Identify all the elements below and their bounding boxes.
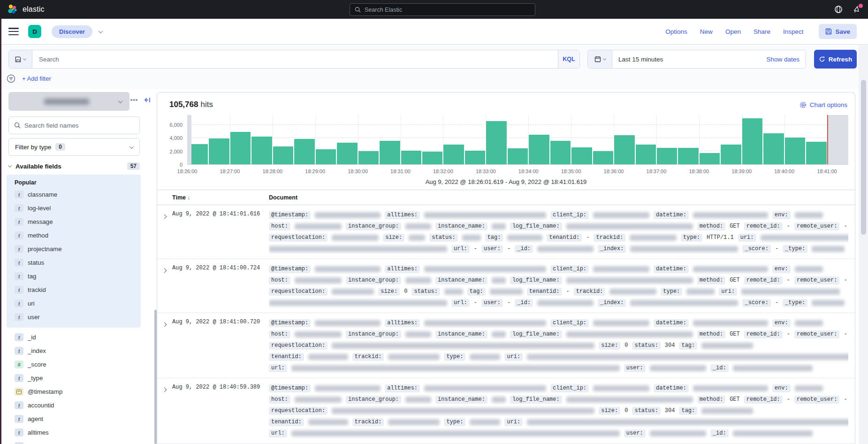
x-axis-tick: 18:36:00: [604, 168, 624, 174]
breadcrumb-menu-chevron-icon[interactable]: [98, 29, 103, 33]
time-column-header[interactable]: Time ↓: [172, 194, 266, 201]
field-item-@timestamp[interactable]: @timestamp: [7, 385, 141, 398]
show-dates-button[interactable]: Show dates: [766, 50, 806, 68]
histogram-bar[interactable]: [209, 138, 229, 164]
save-button[interactable]: Save: [819, 24, 857, 39]
histogram-bar[interactable]: [529, 135, 549, 164]
expand-document-icon[interactable]: [162, 268, 167, 273]
histogram-bar[interactable]: [380, 141, 400, 164]
toolbar-link-open[interactable]: Open: [725, 28, 741, 35]
document-field-pill: host:: [269, 276, 290, 284]
field-item-log-level[interactable]: tlog-level: [7, 201, 141, 215]
histogram-bar[interactable]: [443, 145, 464, 164]
available-fields-header[interactable]: Available fields 57: [8, 162, 141, 170]
add-filter-button[interactable]: + Add filter: [22, 75, 51, 82]
toolbar-link-options[interactable]: Options: [665, 28, 687, 35]
menu-icon[interactable]: [8, 28, 19, 35]
query-input[interactable]: [32, 50, 558, 68]
toolbar-link-share[interactable]: Share: [754, 28, 770, 35]
toolbar-link-new[interactable]: New: [700, 28, 713, 35]
histogram-bar[interactable]: [486, 121, 506, 164]
histogram-bar[interactable]: [721, 145, 741, 164]
field-item-_score[interactable]: #_score: [7, 358, 141, 371]
saved-query-menu-button[interactable]: [9, 50, 32, 68]
histogram-bar[interactable]: [358, 151, 379, 164]
histogram-bar[interactable]: [614, 135, 634, 164]
expand-document-icon[interactable]: [162, 388, 167, 392]
global-search[interactable]: [350, 3, 535, 16]
time-range-value[interactable]: Last 15 minutes: [612, 50, 766, 68]
filter-by-type-button[interactable]: Filter by type 0: [8, 138, 140, 156]
calendar-menu-button[interactable]: [588, 50, 612, 68]
field-settings-icon[interactable]: [130, 99, 137, 101]
document-field-pill: _id:: [515, 299, 533, 307]
field-search[interactable]: [8, 116, 140, 134]
histogram-bar[interactable]: [550, 141, 571, 164]
field-item-_index[interactable]: t_index: [7, 344, 141, 358]
document-field-pill: tag:: [467, 288, 486, 296]
field-item-uri[interactable]: turi: [7, 297, 141, 310]
field-search-input[interactable]: [24, 122, 134, 129]
field-item-tag[interactable]: ttag: [7, 269, 141, 283]
field-item-classname[interactable]: tclassname: [7, 188, 141, 201]
field-item-_type[interactable]: t_type: [7, 371, 141, 385]
toolbar-link-inspect[interactable]: Inspect: [783, 28, 804, 35]
histogram-bar[interactable]: [593, 151, 613, 164]
field-name: agent: [28, 415, 43, 422]
expand-document-icon[interactable]: [162, 214, 167, 219]
histogram-bar[interactable]: [657, 148, 677, 164]
histogram-bar[interactable]: [316, 149, 336, 164]
refresh-button[interactable]: Refresh: [814, 50, 857, 69]
filter-icon[interactable]: [7, 74, 15, 83]
field-item-alltimes[interactable]: talltimes: [7, 426, 141, 439]
histogram-bar[interactable]: [806, 142, 826, 164]
document-field-value-redacted: [315, 212, 381, 218]
field-item-trackid[interactable]: ttrackid: [7, 283, 141, 297]
histogram-bar[interactable]: [742, 118, 762, 164]
field-item-agent[interactable]: tagent: [7, 412, 141, 426]
histogram-bar[interactable]: [251, 137, 272, 164]
global-search-input[interactable]: [365, 7, 530, 13]
query-language-button[interactable]: KQL: [558, 50, 579, 68]
data-view-selector[interactable]: [8, 92, 129, 111]
document-field-value-redacted: [332, 408, 594, 414]
page-scrollbar-thumb[interactable]: [861, 80, 866, 235]
document-field-value-redacted: [492, 223, 506, 230]
chart-options-button[interactable]: Chart options: [799, 101, 847, 108]
field-item-message[interactable]: tmessage: [7, 215, 141, 229]
histogram-bar[interactable]: [571, 147, 592, 164]
field-item-appname[interactable]: tappname: [7, 439, 141, 444]
histogram-bar[interactable]: [230, 132, 251, 164]
field-item-projectname[interactable]: tprojectname: [7, 242, 141, 256]
newsfeed-icon[interactable]: [853, 5, 861, 14]
deployment-icon[interactable]: [834, 5, 843, 14]
text-field-type-icon: t: [15, 259, 23, 267]
field-item-method[interactable]: tmethod: [7, 229, 141, 242]
histogram-bar[interactable]: [294, 139, 314, 164]
collapse-sidebar-icon[interactable]: [144, 97, 151, 103]
histogram-bar[interactable]: [273, 146, 293, 164]
field-item-status[interactable]: tstatus: [7, 256, 141, 269]
histogram-bar[interactable]: [422, 152, 442, 164]
document-field-pill: datetime:: [654, 384, 689, 392]
breadcrumb[interactable]: Discover: [52, 25, 92, 38]
field-item-accountid[interactable]: taccountid: [7, 398, 141, 412]
histogram-bar[interactable]: [636, 145, 656, 164]
histogram-bar[interactable]: [763, 133, 784, 164]
app-badge[interactable]: D: [28, 25, 41, 38]
histogram-bar[interactable]: [508, 148, 528, 164]
histogram-bar[interactable]: [700, 153, 720, 164]
field-item-_id[interactable]: t_id: [7, 330, 141, 344]
histogram-bar[interactable]: [465, 151, 485, 164]
field-name: trackid: [28, 286, 46, 293]
elastic-logo[interactable]: [7, 4, 18, 15]
field-item-user[interactable]: tuser: [7, 310, 141, 324]
sort-descending-icon[interactable]: ↓: [187, 194, 190, 201]
expand-document-icon[interactable]: [162, 322, 167, 327]
field-name: status: [28, 259, 44, 266]
histogram-bar[interactable]: [337, 143, 357, 164]
histogram-bar[interactable]: [785, 138, 805, 164]
histogram-bar[interactable]: [401, 151, 421, 164]
histogram-bar[interactable]: [678, 148, 698, 164]
available-fields-count: 57: [127, 162, 140, 170]
